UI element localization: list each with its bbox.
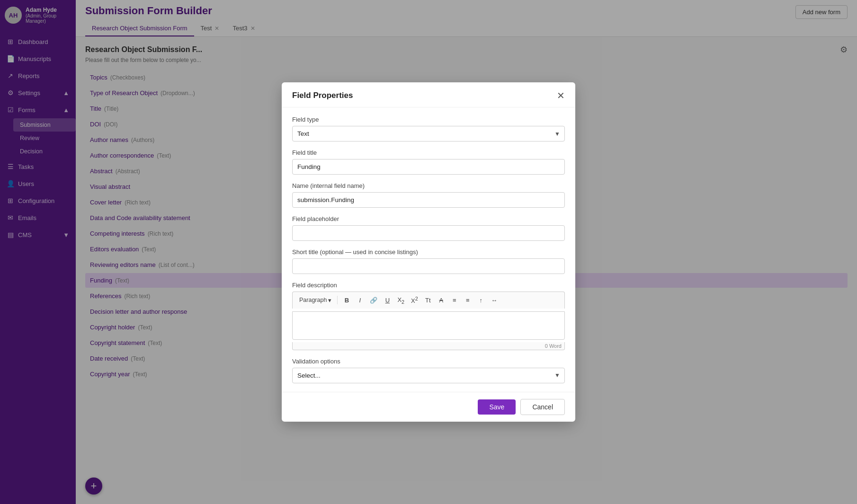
word-count: 0 Word xyxy=(292,342,565,350)
internal-name-input[interactable] xyxy=(292,192,565,208)
field-type-select-wrapper: Text Rich text Checkboxes Dropdown Autho… xyxy=(292,126,565,141)
subscript-button[interactable]: X2 xyxy=(394,295,407,306)
richtext-toolbar: Paragraph ▾ B I 🔗 U X2 X2 Tt A ≡ ≡ ↑ ↔ xyxy=(292,292,565,308)
modal-overlay: Field Properties ✕ Field type Text Rich … xyxy=(0,0,857,504)
short-title-group: Short title (optional — used in concise … xyxy=(292,248,565,274)
modal-footer: Save Cancel xyxy=(282,392,575,422)
format-button[interactable]: Tt xyxy=(422,295,434,305)
placeholder-group: Field placeholder xyxy=(292,215,565,241)
short-title-label: Short title (optional — used in concise … xyxy=(292,248,565,256)
field-title-group: Field title xyxy=(292,149,565,175)
description-label: Field description xyxy=(292,282,565,289)
placeholder-input[interactable] xyxy=(292,225,565,241)
bullet-list-button[interactable]: ≡ xyxy=(448,295,461,305)
indent-up-button[interactable]: ↑ xyxy=(475,295,487,305)
internal-name-group: Name (internal field name) xyxy=(292,182,565,208)
chevron-down-icon-paragraph: ▾ xyxy=(328,297,331,304)
field-title-input[interactable] xyxy=(292,159,565,175)
description-editor[interactable] xyxy=(292,311,565,340)
toolbar-separator-1 xyxy=(337,296,338,304)
superscript-button[interactable]: X2 xyxy=(408,294,421,306)
cancel-button[interactable]: Cancel xyxy=(520,399,565,415)
paragraph-dropdown[interactable]: Paragraph ▾ xyxy=(296,295,334,305)
placeholder-label: Field placeholder xyxy=(292,215,565,222)
link-button[interactable]: 🔗 xyxy=(367,295,380,305)
validation-group: Validation options Select... Required Op… xyxy=(292,358,565,383)
save-button[interactable]: Save xyxy=(478,399,516,415)
underline-button[interactable]: U xyxy=(381,295,393,305)
validation-select[interactable]: Select... Required Optional xyxy=(292,368,565,383)
validation-label: Validation options xyxy=(292,358,565,365)
description-group: Field description Paragraph ▾ B I 🔗 U X2… xyxy=(292,282,565,350)
field-type-label: Field type xyxy=(292,116,565,123)
strikethrough-button[interactable]: A xyxy=(435,295,447,305)
modal-title: Field Properties xyxy=(292,91,353,100)
italic-button[interactable]: I xyxy=(354,295,366,305)
field-type-group: Field type Text Rich text Checkboxes Dro… xyxy=(292,116,565,141)
paragraph-label: Paragraph xyxy=(299,297,327,303)
modal-body: Field type Text Rich text Checkboxes Dro… xyxy=(282,107,575,391)
short-title-input[interactable] xyxy=(292,258,565,274)
field-properties-modal: Field Properties ✕ Field type Text Rich … xyxy=(282,82,575,421)
field-title-label: Field title xyxy=(292,149,565,156)
field-type-select[interactable]: Text Rich text Checkboxes Dropdown Autho… xyxy=(292,126,565,141)
indent-button[interactable]: ↔ xyxy=(488,295,500,305)
modal-header: Field Properties ✕ xyxy=(282,82,575,107)
modal-close-button[interactable]: ✕ xyxy=(557,91,565,100)
internal-name-label: Name (internal field name) xyxy=(292,182,565,189)
validation-select-wrapper: Select... Required Optional ▼ xyxy=(292,368,565,383)
bold-button[interactable]: B xyxy=(340,295,353,305)
ordered-list-button[interactable]: ≡ xyxy=(462,295,474,305)
